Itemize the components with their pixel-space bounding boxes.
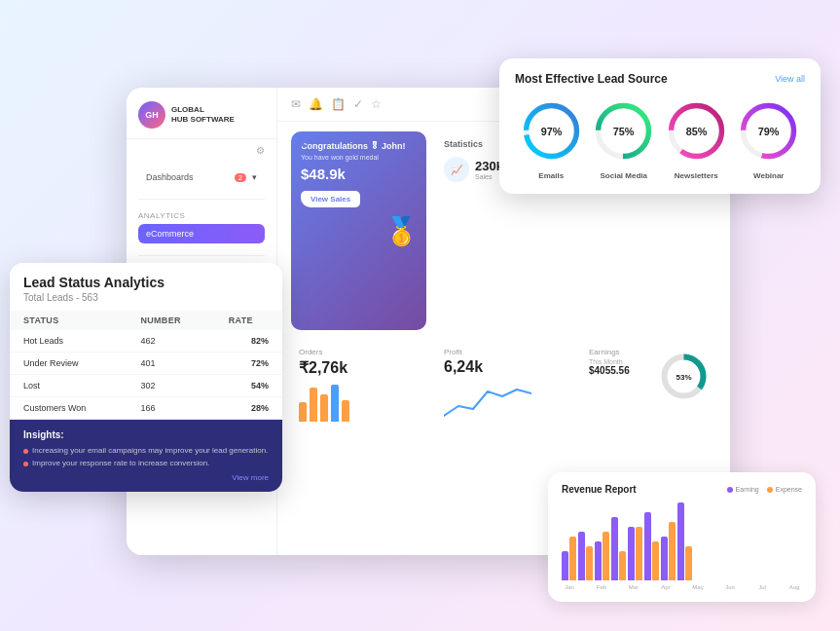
svg-text:85%: 85% [685,126,707,137]
status-cell: Lost [10,375,127,397]
bar [331,385,339,422]
svg-text:75%: 75% [613,126,635,137]
earning-legend-label: Earning [736,486,759,493]
view-sales-button[interactable]: View Sales [301,191,360,207]
dashboards-label: Dashboards [146,172,194,182]
lead-table-body: Hot Leads 462 82% Under Review 401 72% L… [10,330,282,420]
profit-line-chart [444,382,531,421]
sidebar-item-dashboards[interactable]: Dashboards 2 ▾ [138,167,265,187]
donut-row: 97% Emails 75% Social Media [515,99,805,180]
orders-label: Orders [299,348,419,356]
mail-icon[interactable]: ✉ [291,97,301,111]
earning-dot [727,487,733,493]
status-cell: Under Review [10,353,127,375]
number-cell: 302 [127,375,214,397]
earnings-donut: 53% [657,350,711,403]
col-number: NUMBER [127,311,214,330]
orders-bar-chart [299,383,419,422]
bell-icon[interactable]: 🔔 [309,97,323,111]
sidebar-item-ecommerce[interactable]: eCommerce [138,224,265,243]
number-cell: 166 [127,397,214,420]
donut-svg: 85% [665,99,728,163]
lead-source-header: Most Effective Lead Source View all [515,72,805,86]
lead-source-card: Most Effective Lead Source View all 97% … [499,58,821,194]
revenue-bar-group [578,532,593,580]
insight-item: Increasing your email campaigns may impr… [23,446,269,455]
sales-icon-wrap: 📈 [444,157,469,182]
revenue-bar-group [661,522,676,580]
donut-item: 79% Webinar [737,99,800,180]
revenue-bar-orange [586,546,593,580]
svg-text:53%: 53% [676,373,691,382]
revenue-bar-orange [669,522,676,580]
lead-status-subtitle: Total Leads - 563 [23,292,269,303]
bar [320,394,328,422]
orders-value: ₹2,76k [299,358,419,377]
svg-text:79%: 79% [758,126,780,137]
revenue-bar-purple [578,532,585,580]
lead-status-title: Lead Status Analytics [23,275,269,290]
insight-item: Improve your response rate to increase c… [23,459,269,467]
revenue-bar-purple [595,541,602,580]
col-rate: RATE [215,311,282,330]
lead-status-header: Lead Status Analytics Total Leads - 563 [10,263,282,311]
congrats-card: Congratulations 🎖 John! You have won gol… [291,131,426,330]
revenue-title: Revenue Report [562,484,637,495]
revenue-bar-group [644,512,659,580]
revenue-bar-purple [661,537,668,580]
settings-icon[interactable]: ⚙ [256,145,265,156]
donut-label: Social Media [592,171,655,180]
x-label: Feb [594,584,609,590]
lead-table: STATUS NUMBER RATE Hot Leads 462 82% Und… [10,311,282,420]
insights-list: Increasing your email campaigns may impr… [23,446,269,467]
donut-label: Webinar [737,171,800,180]
view-all-link[interactable]: View all [775,74,805,84]
lead-status-card: Lead Status Analytics Total Leads - 563 … [10,263,282,492]
rate-cell: 54% [215,375,282,397]
revenue-bar-orange [603,532,609,580]
congrats-title: Congratulations 🎖 John! [301,141,417,151]
x-label: May [690,584,706,590]
revenue-bar-orange [569,537,576,580]
profit-value: 6,24k [444,358,564,376]
revenue-bar-purple [611,517,618,580]
congrats-subtitle: You have won gold medal [301,154,417,161]
revenue-chart-container: JanFebMarAprMayJunJulAug [562,502,802,590]
check-icon[interactable]: ✓ [353,97,363,111]
donut-svg: 75% [592,99,655,163]
dashboards-badge: 2 [235,173,246,182]
medal-icon: 🥇 [384,215,419,247]
profit-label: Profit [444,348,564,356]
revenue-legend: Earning Expense [727,486,802,493]
insight-dot [23,449,28,454]
revenue-bar-purple [562,551,568,580]
rate-cell: 82% [215,330,282,353]
revenue-card: Revenue Report Earning Expense JanFebMar… [548,472,816,602]
view-more-link[interactable]: View more [23,473,269,482]
revenue-bar-group [677,502,692,580]
star-icon[interactable]: ☆ [371,97,382,111]
revenue-bar-group [628,527,642,580]
orders-card: Orders ₹2,76k [291,340,426,545]
trend-icon: 📈 [451,165,462,175]
rate-cell: 72% [215,353,282,375]
revenue-header: Revenue Report Earning Expense [562,484,802,495]
revenue-bar-purple [644,512,651,580]
col-status: STATUS [10,311,127,330]
revenue-bar-purple [677,502,684,580]
logo-icon: GH [138,101,165,129]
revenue-bar-group [562,537,576,580]
donut-label: Emails [520,171,583,180]
bar [342,400,349,422]
number-cell: 401 [127,353,214,375]
number-cell: 462 [127,330,214,353]
logo-text: GLOBALHUB SOFTWARE [171,105,235,124]
donut-svg: 97% [520,99,583,163]
x-axis-labels: JanFebMarAprMayJunJulAug [562,584,802,590]
table-row: Customers Won 166 28% [10,397,282,420]
clipboard-icon[interactable]: 📋 [331,97,346,111]
revenue-chart [562,502,802,580]
analytics-label: Analytics [138,211,265,220]
revenue-bar-orange [636,527,642,580]
revenue-bar-purple [628,527,635,580]
